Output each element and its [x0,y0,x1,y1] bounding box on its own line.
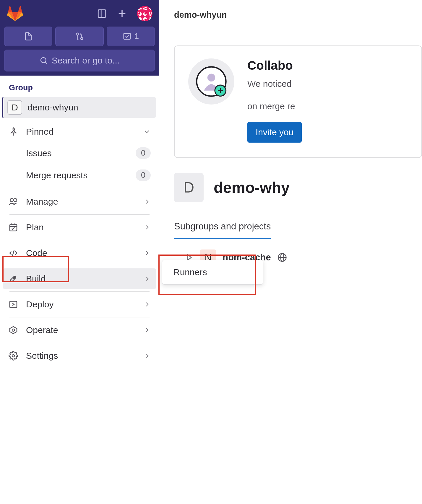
svg-point-4 [76,33,79,35]
svg-line-16 [12,250,14,256]
sidebar-group-item[interactable]: D demo-whyun [2,97,156,118]
divider [9,240,150,240]
chevron-right-icon [144,301,151,308]
sidebar-section-label: Group [0,76,159,97]
gitlab-logo[interactable] [7,6,24,21]
issues-count-badge: 0 [136,147,151,159]
divider [9,343,150,343]
search-placeholder: Search or go to... [52,56,120,66]
gear-icon [8,351,18,361]
svg-rect-18 [10,301,17,307]
collab-line2: on merge re [247,100,302,113]
nav-label: Operate [26,325,136,335]
operate-icon [8,325,18,335]
svg-rect-6 [124,33,130,39]
group-title: demo-why [214,179,290,196]
calendar-icon [8,222,18,232]
nav-label: Settings [26,351,136,361]
svg-point-22 [207,74,215,81]
sidebar-item-code[interactable]: Code [3,243,156,263]
code-icon [8,248,18,258]
sidebar-item-build[interactable]: Build [3,268,156,289]
nav-label: Manage [26,197,136,207]
divider [9,214,150,215]
svg-point-7 [41,58,46,63]
collab-line1: We noticed [247,77,302,90]
merge-requests-quick-button[interactable] [55,27,103,46]
sidebar-item-operate[interactable]: Operate [3,320,156,340]
group-letter-badge: D [7,100,22,115]
search-button[interactable]: Search or go to... [4,50,155,71]
pin-icon [8,127,18,137]
divider [9,291,150,292]
nav-label: Plan [26,222,136,232]
issues-quick-button[interactable] [4,27,52,46]
svg-point-10 [10,198,13,202]
chevron-right-icon [144,249,151,257]
chevron-right-icon [144,198,151,205]
plus-icon[interactable] [117,9,127,19]
nav-label: Deploy [26,299,136,309]
svg-line-8 [45,62,47,64]
divider [9,266,150,266]
todos-quick-button[interactable]: 1 [107,27,155,46]
nav-label: Code [26,248,136,258]
breadcrumb[interactable]: demo-whyun [159,0,422,30]
rocket-icon [8,274,18,284]
group-name-label: demo-whyun [27,102,78,112]
sidebar-item-plan[interactable]: Plan [3,217,156,238]
invite-button[interactable]: Invite you [247,122,302,143]
collab-illustration [188,58,234,105]
svg-point-20 [12,355,14,357]
collab-title: Collabo [247,58,302,73]
tab-subgroups-projects[interactable]: Subgroups and projects [174,221,271,239]
pinned-item-label: Issues [26,148,136,158]
deploy-icon [8,299,18,309]
pinned-item-label: Merge requests [26,170,136,180]
mr-count-badge: 0 [136,169,151,181]
svg-point-5 [81,37,83,40]
sidebar-pinned-mrs[interactable]: Merge requests 0 [3,164,156,186]
chevron-down-icon [143,128,151,136]
submenu-item-runners[interactable]: Runners [173,267,207,277]
divider [9,189,150,189]
collab-card: Collabo We noticed on merge re Invite yo… [174,45,422,158]
todos-count: 1 [134,32,139,41]
sidebar-item-manage[interactable]: Manage [3,191,156,212]
sidebar-pinned-issues[interactable]: Issues 0 [3,142,156,164]
svg-point-19 [12,329,14,331]
chevron-right-icon [144,327,151,334]
nav-label: Build [26,274,136,284]
svg-point-17 [14,277,15,278]
sidebar-item-pinned[interactable]: Pinned [3,121,156,142]
sidebar-item-deploy[interactable]: Deploy [3,294,156,315]
sidebar-item-settings[interactable]: Settings [3,345,156,366]
pinned-label: Pinned [26,127,135,137]
globe-icon [277,253,287,262]
chevron-right-icon [144,224,151,231]
svg-point-11 [14,198,17,202]
divider [9,317,150,317]
users-icon [8,197,18,207]
sidebar-toggle-icon[interactable] [97,9,107,19]
svg-rect-0 [98,10,106,17]
build-submenu-flyout: Runners [162,260,263,285]
svg-rect-12 [10,225,17,231]
group-letter-badge-large: D [174,173,204,202]
chevron-right-icon [144,352,151,359]
chevron-right-icon [144,275,151,282]
user-avatar[interactable] [137,6,152,21]
